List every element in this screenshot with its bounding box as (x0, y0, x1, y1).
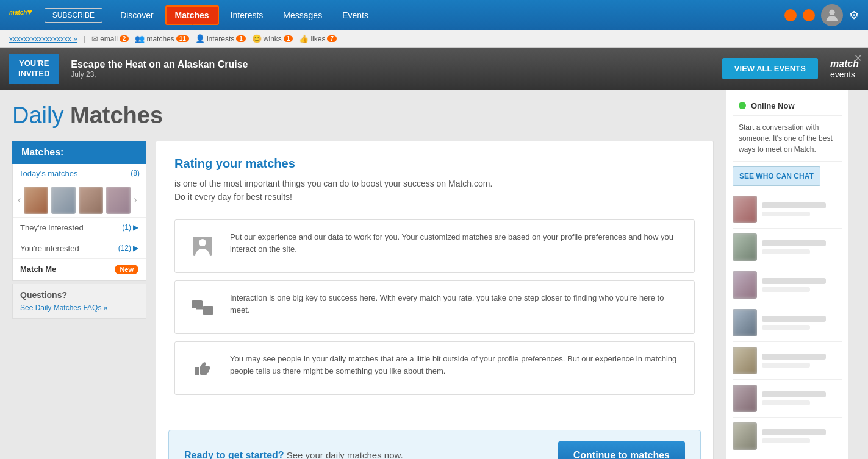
subscribe-button[interactable]: SUBSCRIBE (45, 8, 102, 23)
online-now-header: Online Now (733, 96, 842, 116)
right-profile-0[interactable] (733, 191, 842, 229)
right-profile-5[interactable] (733, 380, 842, 418)
main-wrapper: Daily Matches Matches: Today's matches (… (0, 90, 868, 459)
interests-icon: 👤 (195, 34, 205, 43)
likes-icon: 👍 (299, 34, 309, 43)
nav-item-interests[interactable]: Interests (222, 7, 272, 24)
you-interested-label: You're interested (20, 244, 79, 253)
avatar[interactable] (821, 4, 843, 26)
info-card-3-text: You may see people in your daily matches… (230, 353, 682, 379)
see-who-can-chat-button[interactable]: SEE WHO CAN CHAT (733, 166, 820, 186)
right-profile-4[interactable] (733, 342, 842, 380)
thumb-3[interactable] (79, 187, 103, 214)
prev-arrow[interactable]: ‹ (18, 194, 21, 205)
continue-to-matches-button[interactable]: Continue to matches (558, 441, 685, 459)
right-profile-name-0 (762, 202, 826, 208)
info-card-2-text: Interaction is one big key to success he… (230, 292, 682, 318)
header: match♥ SUBSCRIBE Discover Matches Intere… (0, 0, 868, 30)
content-area: Daily Matches Matches: Today's matches (… (0, 90, 726, 459)
matches-icon: 👥 (135, 34, 145, 43)
profile-link[interactable]: xxxxxxxxxxxxxxxxx » (9, 35, 77, 43)
right-avatar-4 (733, 347, 757, 374)
logo-text: match (9, 9, 27, 16)
questions-box: Questions? See Daily Matches FAQs » (12, 284, 146, 319)
right-avatar-6 (733, 422, 757, 450)
header-right: ⚙ (784, 4, 859, 26)
right-profile-name-3 (762, 316, 826, 322)
winks-badge: 1 (284, 35, 293, 42)
sidebar-matches-section: Today's matches (8) ‹ › They're interest… (12, 164, 146, 281)
thumb-2[interactable] (51, 187, 76, 214)
match-me-row[interactable]: Match Me New (13, 259, 146, 280)
logo[interactable]: match♥ (9, 6, 32, 25)
nav-item-messages[interactable]: Messages (274, 7, 331, 24)
right-avatar-1 (733, 233, 757, 261)
two-col: Matches: Today's matches (8) ‹ › (12, 141, 714, 459)
subnav-interests[interactable]: 👤 interests 1 (195, 34, 246, 43)
online-dot (739, 102, 746, 109)
you-interested-item[interactable]: You're interested (12) ▶ (13, 238, 146, 259)
right-profile-sub-4 (762, 363, 810, 368)
right-profile-info-6 (762, 429, 842, 443)
subnav-email-label: email (100, 35, 118, 43)
they-interested-count-num: (1) (122, 223, 131, 232)
logo-heart: ♥ (27, 7, 32, 16)
subnav-likes-label: likes (310, 35, 325, 43)
right-profile-6[interactable] (733, 418, 842, 455)
nav-item-events[interactable]: Events (334, 7, 377, 24)
right-profile-sub-6 (762, 438, 810, 443)
nav-active-arrow (187, 20, 197, 25)
right-avatar-3 (733, 309, 757, 336)
profile-card-icon (187, 231, 218, 262)
rating-desc-line1: is one of the most important things you … (174, 179, 492, 188)
they-interested-count: (1) ▶ (122, 223, 138, 232)
subnav-winks[interactable]: 😊 winks 1 (252, 34, 293, 43)
settings-gear-icon[interactable]: ⚙ (849, 9, 859, 22)
right-profile-sub-0 (762, 212, 810, 216)
match-me-badge: New (115, 265, 138, 274)
main-content: Rating your matches is one of the most i… (156, 141, 714, 459)
thumb-1[interactable] (24, 187, 48, 214)
they-interested-arrow: ▶ (133, 223, 138, 232)
nav-item-discover[interactable]: Discover (112, 7, 162, 24)
likes-badge: 7 (327, 35, 337, 42)
svg-rect-3 (192, 300, 203, 308)
email-icon: ✉ (91, 34, 98, 43)
they-interested-label: They're interested (20, 223, 84, 232)
invited-line1: YOU'RE (18, 59, 49, 69)
banner-text: Escape the Heat on an Alaskan Cruise Jul… (71, 59, 722, 79)
right-profile-3[interactable] (733, 304, 842, 342)
cta-subtext: See your daily matches now. (284, 450, 403, 459)
page-title-daily: Daily (12, 102, 63, 128)
you-interested-count: (12) ▶ (118, 244, 138, 252)
info-card-2: Interaction is one big key to success he… (174, 280, 695, 334)
subnav-matches[interactable]: 👥 matches 11 (135, 34, 188, 43)
right-profile-name-6 (762, 429, 826, 435)
svg-point-2 (199, 239, 206, 246)
match-me-label: Match Me (20, 265, 56, 274)
today-matches-label[interactable]: Today's matches (19, 169, 77, 178)
subnav-email[interactable]: ✉ email 2 (91, 34, 129, 43)
sidebar: Matches: Today's matches (8) ‹ › (12, 141, 146, 459)
interests-badge: 1 (236, 35, 246, 42)
page-title: Daily Matches (12, 102, 714, 129)
today-matches-row[interactable]: Today's matches (8) (13, 164, 146, 183)
view-all-events-button[interactable]: VIEW ALL EVENTS (722, 58, 818, 79)
right-profiles-list (733, 191, 842, 455)
today-matches-count: (8) (131, 169, 140, 177)
banner-close-icon[interactable]: ✕ (854, 52, 862, 64)
questions-title: Questions? (20, 290, 138, 300)
right-profile-name-4 (762, 354, 826, 360)
thumb-4[interactable] (106, 187, 131, 214)
rating-title: Rating your matches (174, 157, 695, 171)
faqs-link[interactable]: See Daily Matches FAQs » (20, 304, 107, 312)
next-arrow[interactable]: › (134, 194, 137, 205)
thumb-strip: ‹ › (13, 183, 146, 218)
right-profile-2[interactable] (733, 266, 842, 304)
notification-dot (784, 9, 797, 21)
they-interested-item[interactable]: They're interested (1) ▶ (13, 218, 146, 238)
right-profile-1[interactable] (733, 229, 842, 266)
chat-promo: Start a conversation with someone. It's … (733, 116, 842, 162)
subnav-interests-label: interests (207, 35, 234, 43)
subnav-likes[interactable]: 👍 likes 7 (299, 34, 337, 43)
